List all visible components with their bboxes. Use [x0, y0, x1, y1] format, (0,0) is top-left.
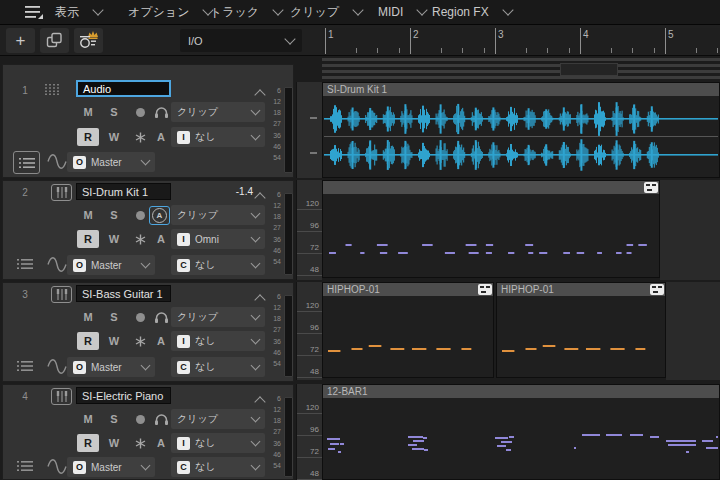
fx-bypass-button[interactable]: [129, 434, 151, 452]
automation-button[interactable]: A: [150, 230, 172, 248]
clip-automation-dropdown[interactable]: クリップ: [171, 205, 265, 225]
timeline-ruler[interactable]: 1 2 3 4 5: [322, 28, 720, 54]
take-lanes-button[interactable]: [47, 257, 67, 272]
add-track-button[interactable]: +: [6, 28, 35, 53]
read-automation-button[interactable]: R: [77, 434, 99, 452]
midi-clip-track2[interactable]: [322, 180, 660, 278]
input-dropdown[interactable]: I なし: [171, 433, 265, 453]
track-name-input[interactable]: SI-Bass Guitar 1: [76, 285, 171, 302]
mute-button[interactable]: M: [77, 206, 99, 224]
zoom-tool-button[interactable]: [74, 28, 103, 53]
automation-button[interactable]: A: [150, 332, 172, 350]
take-lanes-button[interactable]: [47, 459, 67, 474]
control-dropdown[interactable]: C なし: [171, 255, 265, 275]
record-arm-button[interactable]: [129, 410, 151, 428]
solo-button[interactable]: S: [103, 206, 125, 224]
input-dropdown[interactable]: I なし: [171, 331, 265, 351]
menu-item-view[interactable]: 表示: [55, 0, 102, 24]
menu-item-track[interactable]: トラック: [210, 0, 282, 24]
clip-header[interactable]: HIPHOP-01: [497, 283, 665, 296]
fx-bypass-button[interactable]: [129, 230, 151, 248]
menu-item-region-fx[interactable]: Region FX: [432, 0, 512, 24]
menu-item-options[interactable]: オプション: [128, 0, 212, 24]
input-echo-button[interactable]: [150, 103, 172, 121]
meter-scale-label: 12: [273, 406, 281, 413]
gain-value[interactable]: -1.4: [217, 186, 253, 197]
input-echo-button[interactable]: [150, 410, 172, 428]
automation-button[interactable]: A: [150, 434, 172, 452]
midi-clip-icon[interactable]: [650, 284, 664, 295]
track-name-input[interactable]: SI-Drum Kit 1: [76, 183, 171, 200]
input-dropdown[interactable]: I Omni: [171, 229, 265, 249]
track-options-button[interactable]: [17, 460, 33, 472]
track-options-button[interactable]: [17, 360, 33, 372]
meter-scale-label: 6: [277, 395, 281, 402]
hamburger-menu-button[interactable]: [24, 5, 44, 20]
midi-clip-icon[interactable]: [644, 182, 658, 193]
dropdown-value: なし: [195, 258, 215, 272]
clip-header[interactable]: [323, 181, 659, 194]
write-automation-button[interactable]: W: [103, 434, 125, 452]
daw-window: 表示 オプション トラック クリップ MIDI Region FX +: [0, 0, 720, 480]
io-module-dropdown[interactable]: I/O: [180, 29, 302, 52]
clip-header[interactable]: 12-BAR1: [323, 385, 719, 398]
pane-splitter[interactable]: [322, 56, 720, 81]
note-scale-label: 120: [297, 392, 322, 414]
hiphop-clip-2[interactable]: HIPHOP-01: [496, 282, 666, 378]
clip-automation-dropdown[interactable]: クリップ: [171, 409, 265, 429]
output-dropdown[interactable]: O Master: [67, 152, 155, 172]
read-automation-button[interactable]: R: [77, 230, 99, 248]
duplicate-button[interactable]: [40, 28, 69, 53]
fx-bypass-button[interactable]: [129, 332, 151, 350]
write-automation-button[interactable]: W: [103, 128, 125, 146]
record-arm-button[interactable]: [129, 308, 151, 326]
control-dropdown[interactable]: C なし: [171, 457, 265, 477]
take-lanes-button[interactable]: [47, 359, 67, 374]
output-dropdown[interactable]: O Master: [67, 457, 155, 477]
input-echo-button[interactable]: [150, 308, 172, 326]
midi-clip-icon[interactable]: [478, 284, 492, 295]
twelve-bar-clip[interactable]: 12-BAR1: [322, 384, 720, 480]
track-options-button[interactable]: [13, 151, 40, 174]
mute-button[interactable]: M: [77, 103, 99, 121]
mute-button[interactable]: M: [77, 410, 99, 428]
solo-button[interactable]: S: [103, 410, 125, 428]
headphones-icon: [154, 413, 169, 426]
clip-header[interactable]: SI-Drum Kit 1: [323, 83, 719, 96]
write-automation-button[interactable]: W: [103, 230, 125, 248]
menu-item-midi[interactable]: MIDI: [378, 0, 426, 24]
read-automation-button[interactable]: R: [77, 332, 99, 350]
automation-button[interactable]: A: [150, 128, 172, 146]
measure-label: 4: [583, 29, 589, 40]
solo-button[interactable]: S: [103, 308, 125, 326]
input-echo-auto-button[interactable]: A: [149, 206, 170, 225]
note-scale-label: 48: [297, 356, 322, 378]
fx-bypass-button[interactable]: [129, 128, 151, 146]
splitter-stripe: [322, 64, 720, 67]
track-name-input[interactable]: Audio: [76, 80, 171, 97]
input-dropdown[interactable]: I なし: [171, 127, 265, 147]
output-dropdown[interactable]: O Master: [67, 255, 155, 275]
clip-automation-dropdown[interactable]: クリップ: [171, 307, 265, 327]
menu-item-clip[interactable]: クリップ: [290, 0, 362, 24]
track-options-button[interactable]: [17, 258, 33, 270]
track-name-input[interactable]: SI-Electric Piano: [76, 387, 171, 404]
solo-button[interactable]: S: [103, 103, 125, 121]
clip-header[interactable]: HIPHOP-01: [323, 283, 493, 296]
meter-scale-label: 18: [273, 315, 281, 322]
output-dropdown[interactable]: O Master: [67, 357, 155, 377]
mute-button[interactable]: M: [77, 308, 99, 326]
hiphop-clip-1[interactable]: HIPHOP-01: [322, 282, 494, 378]
menu-item-label: クリップ: [290, 4, 339, 21]
clip-automation-dropdown[interactable]: クリップ: [171, 102, 265, 122]
meter-scale-label: 46: [273, 247, 281, 254]
record-arm-button[interactable]: [129, 103, 151, 121]
write-automation-button[interactable]: W: [103, 332, 125, 350]
list-icon: [17, 258, 33, 270]
control-dropdown[interactable]: C なし: [171, 357, 265, 377]
take-lanes-button[interactable]: [47, 154, 67, 169]
record-arm-button[interactable]: [129, 206, 151, 224]
audio-clip[interactable]: SI-Drum Kit 1: [322, 82, 720, 178]
read-automation-button[interactable]: R: [77, 128, 99, 146]
splitter-grip[interactable]: [560, 63, 618, 76]
